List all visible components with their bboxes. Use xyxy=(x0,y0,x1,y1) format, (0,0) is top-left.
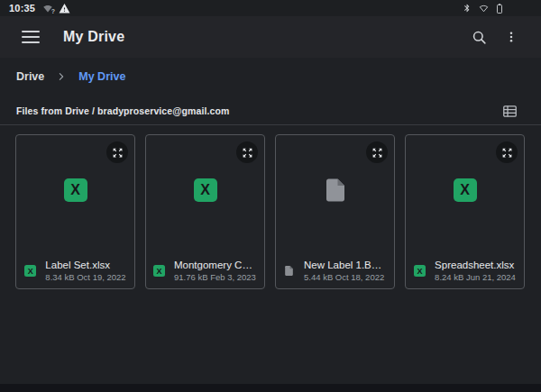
file-card[interactable]: X X Label Set.xlsx 8.34 kB Oct 19, 2022 xyxy=(15,134,135,289)
status-left-icons: ? xyxy=(42,3,70,14)
file-info-row: X Montgomery Cou… 91.76 kB Feb 3, 2023 xyxy=(151,260,259,282)
hamburger-menu-icon[interactable] xyxy=(22,31,40,43)
generic-file-icon xyxy=(283,264,295,278)
file-info-row: X Label Set.xlsx 8.34 kB Oct 19, 2022 xyxy=(22,260,129,282)
breadcrumb-item-drive[interactable]: Drive xyxy=(16,70,44,83)
excel-icon: X xyxy=(153,265,165,277)
bluetooth-icon xyxy=(463,3,472,14)
expand-icon[interactable] xyxy=(236,141,258,163)
wifi-empty-icon xyxy=(478,3,490,14)
navigation-bar xyxy=(0,384,541,392)
file-info-row: X New Label 1.BWS 5.44 kB Oct 18, 2022 xyxy=(281,260,389,282)
section-divider xyxy=(0,124,541,125)
file-name: New Label 1.BWS xyxy=(304,260,387,270)
excel-icon: X xyxy=(454,178,477,202)
warning-icon xyxy=(59,3,70,14)
search-icon[interactable] xyxy=(468,26,490,48)
excel-icon: X xyxy=(64,178,87,202)
file-meta: 8.24 kB Jun 21, 2024 xyxy=(435,272,516,282)
excel-icon: X xyxy=(194,178,217,202)
breadcrumb: Drive My Drive xyxy=(16,65,125,88)
generic-file-icon xyxy=(322,177,349,204)
expand-icon[interactable] xyxy=(496,141,518,163)
file-grid: X X Label Set.xlsx 8.34 kB Oct 19, 2022 xyxy=(15,134,525,289)
excel-icon: X xyxy=(24,265,36,277)
expand-icon[interactable] xyxy=(106,141,128,163)
chevron-right-icon xyxy=(57,72,66,81)
file-meta: 8.34 kB Oct 19, 2022 xyxy=(45,272,125,282)
files-source-label: Files from Drive / bradyproservice@gmail… xyxy=(16,105,229,116)
file-name: Spreadsheet.xlsx xyxy=(435,260,516,270)
more-vert-icon[interactable] xyxy=(500,26,522,48)
status-bar: 10:35 ? xyxy=(0,0,541,16)
wifi-question-icon: ? xyxy=(42,3,53,14)
status-right-icons xyxy=(463,3,503,14)
breadcrumb-item-my-drive[interactable]: My Drive xyxy=(78,70,125,83)
file-meta: 5.44 kB Oct 18, 2022 xyxy=(304,272,387,282)
files-header: Files from Drive / bradyproservice@gmail… xyxy=(0,97,541,124)
file-name: Label Set.xlsx xyxy=(45,260,125,270)
excel-icon: X xyxy=(414,265,426,277)
app-bar: My Drive xyxy=(0,16,541,58)
file-meta: 91.76 kB Feb 3, 2023 xyxy=(174,272,257,282)
file-card[interactable]: X X Spreadsheet.xlsx 8.24 kB Jun 21, 202… xyxy=(405,134,525,289)
file-name: Montgomery Cou… xyxy=(174,260,257,270)
clock: 10:35 xyxy=(9,3,35,14)
list-view-icon[interactable] xyxy=(500,101,519,121)
battery-icon xyxy=(496,3,503,14)
file-info-row: X Spreadsheet.xlsx 8.24 kB Jun 21, 2024 xyxy=(411,260,518,282)
appbar-actions xyxy=(468,26,522,48)
file-card[interactable]: X X Montgomery Cou… 91.76 kB Feb 3, 2023 xyxy=(145,134,265,289)
expand-icon[interactable] xyxy=(366,141,388,163)
page-title: My Drive xyxy=(63,29,124,45)
file-card[interactable]: X X New Label 1.BWS 5.44 kB Oct 18, 2022 xyxy=(275,134,395,289)
